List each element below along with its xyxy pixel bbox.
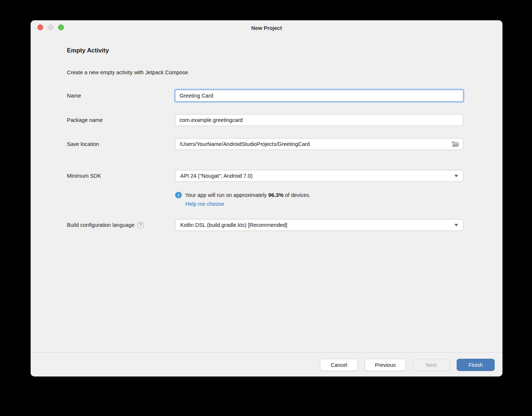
open-folder-icon[interactable] [451,141,460,147]
save-location-field-wrap [175,138,463,150]
name-field-wrap [175,90,463,102]
package-name-input[interactable] [175,114,463,126]
sdk-coverage-text: Your app will run on approximately 96.3%… [185,192,311,198]
sdk-coverage-percent: 96.3% [268,192,283,198]
desktop-background: New Project Empty Activity Create a new … [0,0,532,416]
build-config-label: Build configuration language [67,222,134,228]
name-input[interactable] [175,90,463,102]
footer-buttons: Cancel Previous Next Finish [320,359,495,371]
help-icon[interactable]: ? [137,222,144,229]
sdk-coverage-text-before: Your app will run on approximately [185,192,268,198]
page-subtitle: Create a new empty activity with Jetpack… [67,69,188,75]
minimum-sdk-field-wrap: API 24 ("Nougat"; Android 7.0) [175,170,463,182]
cancel-button[interactable]: Cancel [320,359,358,371]
sdk-coverage-text-after: of devices. [283,192,310,198]
zoom-window-button[interactable] [58,24,64,30]
save-location-input[interactable] [175,138,463,150]
titlebar[interactable]: New Project [31,20,502,35]
chevron-down-icon [454,175,458,177]
page-title: Empty Activity [67,47,109,54]
info-icon: i [175,192,182,198]
new-project-dialog: New Project Empty Activity Create a new … [31,20,502,376]
minimum-sdk-value: API 24 ("Nougat"; Android 7.0) [180,173,253,179]
finish-button[interactable]: Finish [457,359,495,371]
name-label: Name [67,90,81,102]
build-config-dropdown[interactable]: Kotlin DSL (build.gradle.kts) [Recommend… [175,219,463,231]
traffic-lights [37,24,64,30]
build-config-value: Kotlin DSL (build.gradle.kts) [Recommend… [180,222,287,228]
help-me-choose-link[interactable]: Help me choose [185,201,224,207]
minimize-window-button[interactable] [48,24,54,30]
package-name-label: Package name [67,114,103,126]
minimum-sdk-label: Minimum SDK [67,170,101,182]
sdk-coverage-row: i Your app will run on approximately 96.… [175,191,311,199]
window-title: New Project [31,20,502,36]
close-window-button[interactable] [37,24,43,30]
footer-divider [31,352,502,352]
save-location-label: Save location [67,138,99,150]
next-button: Next [413,359,450,371]
chevron-down-icon [454,224,458,226]
minimum-sdk-dropdown[interactable]: API 24 ("Nougat"; Android 7.0) [175,170,463,182]
previous-button[interactable]: Previous [365,359,406,371]
package-name-field-wrap [175,114,463,126]
build-config-label-row: Build configuration language ? [67,219,144,231]
build-config-field-wrap: Kotlin DSL (build.gradle.kts) [Recommend… [175,219,463,231]
